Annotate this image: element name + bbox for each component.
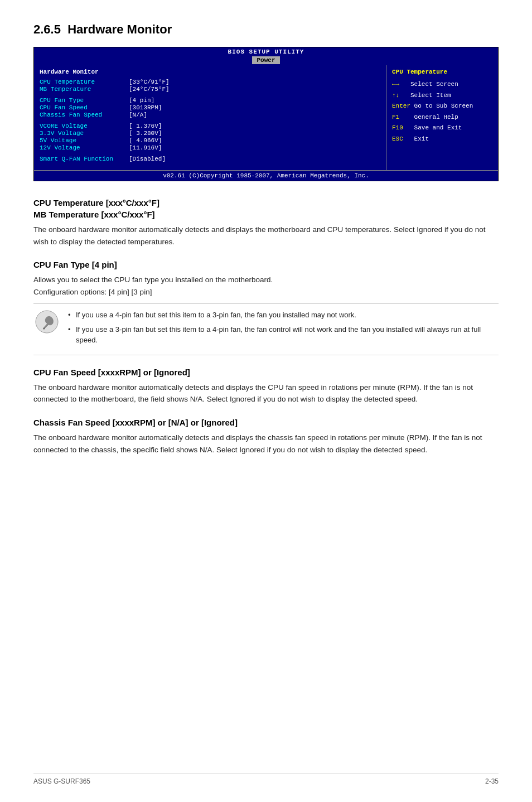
bios-cpu-temp-val: [33°C/91°F] [129, 79, 170, 85]
bios-body: Hardware Monitor CPU Temperature [33°C/9… [34, 65, 498, 170]
body-cpu-mb-temp: The onboard hardware monitor automatical… [33, 224, 499, 248]
bios-vcore-row: VCORE Voltage [ 1.376V] [40, 123, 380, 129]
bios-cpu-temp-key: CPU Temperature [40, 79, 129, 85]
page-footer: ASUS G-SURF365 2-35 [33, 774, 499, 785]
bios-cpu-fan-type-row: CPU Fan Type [4 pin] [40, 97, 380, 104]
bios-5v-val: [ 4.966V] [129, 137, 162, 144]
heading-cpu-mb-temp: CPU Temperature [xxx°C/xxx°F] MB Tempera… [33, 197, 499, 220]
bios-cpu-temp-row: CPU Temperature [33°C/91°F] [40, 79, 380, 85]
bios-12v-val: [11.916V] [129, 144, 162, 151]
bios-chassis-fan-val: [N/A] [129, 112, 147, 118]
section-title: 2.6.5 Hardware Monitor [33, 22, 499, 37]
bios-temp-group: CPU Temperature [33°C/91°F] MB Temperatu… [40, 79, 380, 93]
bios-help-row-f1: F1 General Help [392, 113, 492, 123]
bios-qfan-row: Smart Q-FAN Function [Disabled] [40, 156, 380, 162]
bios-33v-row: 3.3V Voltage [ 3.280V] [40, 130, 380, 137]
bios-cpu-fan-speed-key: CPU Fan Speed [40, 104, 129, 111]
bios-chassis-fan-key: Chassis Fan Speed [40, 112, 129, 118]
bios-33v-val: [ 3.280V] [129, 130, 162, 137]
section-cpu-fan-speed: CPU Fan Speed [xxxxRPM] or [Ignored] The… [33, 366, 499, 405]
bios-qfan-key: Smart Q-FAN Function [40, 156, 129, 162]
bios-footer: v02.61 (C)Copyright 1985-2007, American … [34, 170, 498, 181]
notice-item-2: If you use a 3-pin fan but set this item… [68, 324, 499, 346]
bios-left-panel: Hardware Monitor CPU Temperature [33°C/9… [34, 65, 386, 170]
bios-voltage-group: VCORE Voltage [ 1.376V] 3.3V Voltage [ 3… [40, 123, 380, 151]
bios-help-row-f10: F10 Save and Exit [392, 123, 492, 133]
bios-active-tab: Power [252, 56, 279, 64]
svg-point-1 [43, 328, 45, 330]
bios-mb-temp-val: [24°C/75°F] [129, 86, 170, 93]
heading-chassis-fan-speed: Chassis Fan Speed [xxxxRPM] or [N/A] or … [33, 417, 499, 428]
section-cpu-mb-temp: CPU Temperature [xxx°C/xxx°F] MB Tempera… [33, 197, 499, 248]
bios-mb-temp-key: MB Temperature [40, 86, 129, 93]
bios-right-label: CPU Temperature [392, 69, 492, 75]
bios-help-row-enter: Enter Go to Sub Screen [392, 102, 492, 112]
bios-mb-temp-row: MB Temperature [24°C/75°F] [40, 86, 380, 93]
bios-help-row-item: ↑↓ Select Item [392, 91, 492, 101]
bios-fan-type-group: CPU Fan Type [4 pin] CPU Fan Speed [3013… [40, 97, 380, 118]
bios-help-section: ←→ Select Screen ↑↓ Select Item Enter Go… [392, 80, 492, 144]
section-cpu-fan-type: CPU Fan Type [4 pin] Allows you to selec… [33, 259, 499, 355]
bios-12v-key: 12V Voltage [40, 144, 129, 151]
footer-left: ASUS G-SURF365 [33, 777, 90, 785]
heading-cpu-fan-type: CPU Fan Type [4 pin] [33, 259, 499, 270]
bios-header-title: BIOS SETUP UTILITY [34, 47, 498, 56]
bios-tab-row: Power [34, 56, 498, 65]
bios-33v-key: 3.3V Voltage [40, 130, 129, 137]
bios-screenshot: BIOS SETUP UTILITY Power Hardware Monito… [33, 47, 499, 181]
bios-vcore-key: VCORE Voltage [40, 123, 129, 129]
notice-item-1: If you use a 4-pin fan but set this item… [68, 310, 499, 321]
bios-help-row-esc: ESC Exit [392, 134, 492, 144]
body-cpu-fan-speed: The onboard hardware monitor automatical… [33, 381, 499, 405]
bios-cpu-fan-speed-val: [3013RPM] [129, 104, 162, 111]
bios-vcore-val: [ 1.376V] [129, 123, 162, 129]
bios-cpu-fan-type-val: [4 pin] [129, 97, 154, 104]
bios-chassis-fan-row: Chassis Fan Speed [N/A] [40, 112, 380, 118]
body-cpu-fan-type: Allows you to select the CPU fan type yo… [33, 274, 499, 298]
section-chassis-fan-speed: Chassis Fan Speed [xxxxRPM] or [N/A] or … [33, 417, 499, 456]
body-chassis-fan-speed: The onboard hardware monitor automatical… [33, 432, 499, 456]
footer-right: 2-35 [485, 777, 499, 785]
caution-icon [33, 310, 60, 334]
bios-5v-key: 5V Voltage [40, 137, 129, 144]
bios-5v-row: 5V Voltage [ 4.966V] [40, 137, 380, 144]
bios-12v-row: 12V Voltage [11.916V] [40, 144, 380, 151]
bios-section-label: Hardware Monitor [40, 69, 380, 75]
bios-qfan-val: [Disabled] [129, 156, 166, 162]
bios-help-row-screen: ←→ Select Screen [392, 80, 492, 90]
notice-content-fan: If you use a 4-pin fan but set this item… [68, 310, 499, 349]
bios-cpu-fan-speed-row: CPU Fan Speed [3013RPM] [40, 104, 380, 111]
heading-cpu-fan-speed: CPU Fan Speed [xxxxRPM] or [Ignored] [33, 366, 499, 378]
bios-cpu-fan-type-key: CPU Fan Type [40, 97, 129, 104]
notice-box-fan: If you use a 4-pin fan but set this item… [33, 303, 499, 355]
bios-qfan-group: Smart Q-FAN Function [Disabled] [40, 156, 380, 162]
bios-right-panel: CPU Temperature ←→ Select Screen ↑↓ Sele… [386, 65, 498, 170]
